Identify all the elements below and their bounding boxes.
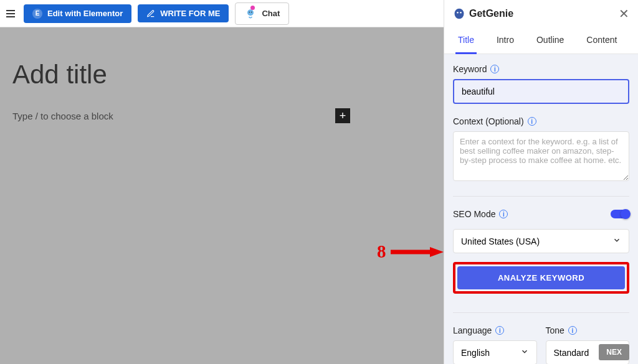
edit-with-elementor-button[interactable]: E Edit with Elementor bbox=[24, 4, 131, 23]
panel-body: Keyword i Context (Optional) i SEO Mode … bbox=[444, 54, 638, 364]
svg-point-1 bbox=[249, 11, 250, 12]
seo-section: SEO Mode i United States (USA) ANALYZE K… bbox=[453, 196, 629, 294]
getgenie-logo-icon bbox=[453, 7, 465, 20]
seo-mode-toggle[interactable] bbox=[611, 210, 629, 218]
hamburger-menu-icon[interactable] bbox=[5, 7, 17, 20]
add-block-button[interactable]: + bbox=[335, 108, 350, 123]
toggle-knob-icon bbox=[621, 209, 631, 219]
chat-label: Chat bbox=[262, 9, 280, 18]
language-select[interactable]: English bbox=[453, 340, 537, 364]
edit-with-elementor-label: Edit with Elementor bbox=[47, 9, 123, 18]
tab-outline[interactable]: Outline bbox=[534, 30, 566, 54]
svg-point-5 bbox=[455, 9, 464, 19]
analyze-keyword-button[interactable]: ANALYZE KEYWORD bbox=[457, 266, 625, 289]
svg-point-0 bbox=[247, 9, 254, 16]
panel-tabs: Title Intro Outline Content bbox=[444, 25, 638, 54]
post-title-input[interactable] bbox=[12, 60, 431, 90]
language-selected-value: English bbox=[461, 348, 490, 358]
country-select[interactable]: United States (USA) bbox=[453, 229, 629, 253]
info-icon[interactable]: i bbox=[568, 326, 577, 335]
tone-selected-value: Standard bbox=[554, 348, 589, 358]
editor-area: Type / to choose a block + bbox=[0, 27, 444, 364]
keyword-field-group: Keyword i bbox=[453, 64, 629, 104]
seo-mode-label: SEO Mode i bbox=[453, 209, 508, 219]
svg-point-6 bbox=[457, 12, 459, 13]
elementor-icon: E bbox=[32, 9, 42, 19]
tab-content[interactable]: Content bbox=[584, 30, 619, 54]
getgenie-side-panel: GetGenie ✕ Title Intro Outline Content K… bbox=[444, 0, 638, 364]
brand-name: GetGenie bbox=[469, 8, 513, 19]
svg-point-2 bbox=[251, 11, 252, 12]
chevron-down-icon bbox=[612, 236, 621, 246]
country-selected-value: United States (USA) bbox=[461, 236, 540, 246]
chevron-down-icon bbox=[520, 347, 529, 358]
context-label: Context (Optional) i bbox=[453, 116, 629, 126]
svg-point-7 bbox=[460, 12, 462, 13]
write-for-me-label: WRITE FOR ME bbox=[160, 9, 220, 18]
seo-mode-row: SEO Mode i bbox=[453, 209, 629, 219]
pen-icon bbox=[146, 9, 155, 18]
close-icon[interactable]: ✕ bbox=[619, 7, 629, 20]
keyword-input[interactable] bbox=[453, 79, 629, 104]
write-for-me-button[interactable]: WRITE FOR ME bbox=[138, 4, 229, 22]
analyze-highlight: ANALYZE KEYWORD bbox=[453, 262, 629, 294]
tab-title[interactable]: Title bbox=[455, 30, 477, 54]
info-icon[interactable]: i bbox=[528, 117, 536, 126]
info-icon[interactable]: i bbox=[495, 326, 504, 335]
brand: GetGenie bbox=[453, 7, 513, 20]
tab-intro[interactable]: Intro bbox=[494, 30, 517, 54]
language-label: Language i bbox=[453, 325, 537, 335]
language-field: Language i English bbox=[453, 325, 537, 364]
chat-button[interactable]: Chat bbox=[235, 2, 289, 25]
tone-label: Tone i bbox=[546, 325, 630, 335]
info-icon[interactable]: i bbox=[499, 210, 508, 218]
panel-header: GetGenie ✕ bbox=[444, 0, 638, 25]
keyword-label: Keyword i bbox=[453, 64, 629, 74]
context-textarea[interactable] bbox=[453, 131, 629, 181]
context-field-group: Context (Optional) i bbox=[453, 116, 629, 184]
next-button[interactable]: NEX bbox=[599, 344, 629, 360]
block-prompt-text: Type / to choose a block bbox=[12, 111, 113, 121]
notification-dot-icon bbox=[250, 6, 255, 10]
info-icon[interactable]: i bbox=[490, 65, 499, 73]
